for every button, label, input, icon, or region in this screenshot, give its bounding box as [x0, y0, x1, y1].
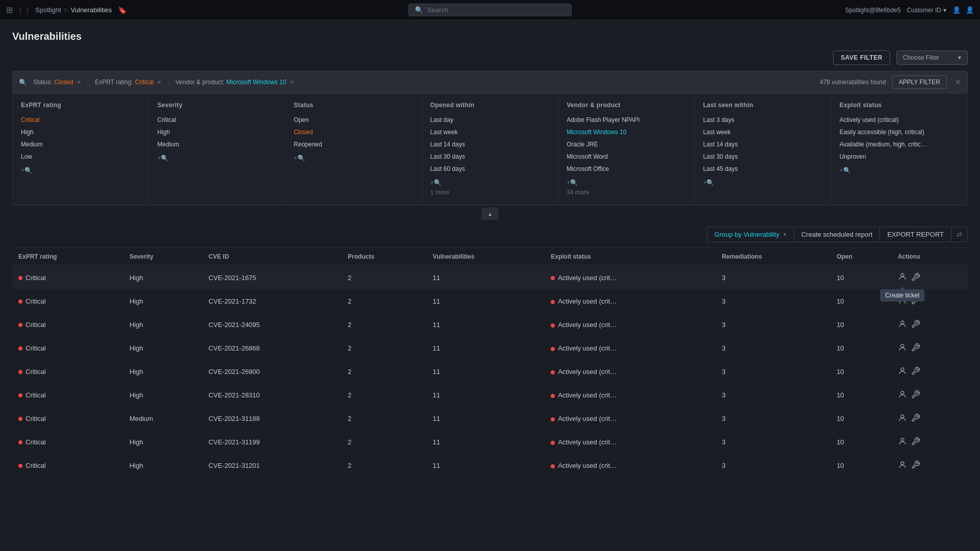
- vendor-close-icon[interactable]: ✕: [289, 79, 294, 86]
- remediate-icon[interactable]: [911, 437, 920, 447]
- filter-item-available[interactable]: Available (medium, high, critic…: [831, 138, 967, 151]
- filter-item-msword[interactable]: Microsoft Word: [558, 151, 694, 163]
- create-scheduled-report-button[interactable]: Create scheduled report: [794, 227, 879, 242]
- create-ticket-icon[interactable]: [898, 390, 907, 400]
- filter-item-closed[interactable]: Closed: [286, 126, 422, 138]
- save-filter-button[interactable]: SAVE FILTER: [833, 51, 890, 65]
- col-header-cve[interactable]: CVE ID: [203, 248, 342, 266]
- collapse-bar[interactable]: ▲: [12, 205, 968, 221]
- remediate-icon[interactable]: [911, 366, 920, 377]
- filter-add-search-vendor[interactable]: +🔍: [558, 175, 694, 186]
- filter-panel-close-icon[interactable]: ✕: [955, 78, 961, 86]
- apply-filter-button[interactable]: APPLY FILTER: [892, 76, 947, 89]
- cell-cve[interactable]: CVE-2021-26868: [203, 337, 342, 360]
- remediate-icon[interactable]: [911, 319, 920, 330]
- filter-add-search-exploit[interactable]: +🔍: [831, 163, 967, 174]
- columns-toggle-button[interactable]: ⇄: [951, 227, 968, 242]
- search-bar[interactable]: 🔍 Search: [408, 4, 572, 16]
- filter-item-last-day[interactable]: Last day: [422, 114, 558, 126]
- create-ticket-icon[interactable]: [898, 413, 907, 424]
- profile-icon[interactable]: 👤: [966, 6, 974, 14]
- create-ticket-icon[interactable]: [898, 296, 907, 307]
- table-row[interactable]: CriticalHighCVE-2021-24095211Actively us…: [12, 313, 968, 337]
- bookmark-icon[interactable]: 🔖: [118, 6, 127, 14]
- cell-cve[interactable]: CVE-2021-26900: [203, 360, 342, 384]
- filter-item-ls-30[interactable]: Last 30 days: [695, 151, 830, 163]
- filter-item-adobe[interactable]: Adobe Flash Player NPAPI: [558, 114, 694, 126]
- col-header-exploit[interactable]: Exploit status: [545, 248, 716, 266]
- filter-item-mswindows[interactable]: Microsoft Windows 10: [558, 126, 694, 138]
- group-by-button[interactable]: Group by Vulnerability ▾: [707, 227, 794, 242]
- col-header-products[interactable]: Products: [341, 248, 427, 266]
- filter-item-reopened[interactable]: Reopened: [286, 138, 422, 151]
- create-ticket-icon[interactable]: [898, 366, 907, 377]
- col-header-severity[interactable]: Severity: [124, 248, 203, 266]
- filter-item-last-60[interactable]: Last 60 days: [422, 163, 558, 175]
- remediate-icon[interactable]: [911, 390, 920, 400]
- filter-item-last-30[interactable]: Last 30 days: [422, 151, 558, 163]
- table-row[interactable]: CriticalHighCVE-2021-1675211Actively use…: [12, 266, 968, 290]
- collapse-button[interactable]: ▲: [482, 208, 498, 219]
- svg-point-0: [901, 273, 904, 277]
- filter-item-low[interactable]: Low: [13, 151, 149, 163]
- table-row[interactable]: CriticalHighCVE-2021-26868211Actively us…: [12, 337, 968, 360]
- cell-cve[interactable]: CVE-2021-31201: [203, 454, 342, 478]
- customer-id-dropdown[interactable]: Customer ID ▾: [907, 7, 946, 14]
- remediate-icon[interactable]: [911, 460, 920, 471]
- filter-item-sev-high[interactable]: High: [149, 126, 285, 138]
- exsrt-close-icon[interactable]: ✕: [157, 79, 161, 86]
- export-report-button[interactable]: EXPORT REPORT: [879, 227, 951, 242]
- status-close-icon[interactable]: ✕: [77, 79, 81, 86]
- filter-item-last-week[interactable]: Last week: [422, 126, 558, 138]
- filter-item-ls-week[interactable]: Last week: [695, 126, 830, 138]
- cell-cve[interactable]: CVE-2021-28310: [203, 384, 342, 407]
- user-icon[interactable]: 👤: [952, 6, 961, 14]
- cell-cve[interactable]: CVE-2021-1732: [203, 290, 342, 313]
- filter-item-3days[interactable]: Last 3 days: [695, 114, 830, 126]
- cell-cve[interactable]: CVE-2021-24095: [203, 313, 342, 337]
- create-ticket-icon[interactable]: [898, 274, 907, 283]
- table-row[interactable]: CriticalMediumCVE-2021-31188211Actively …: [12, 407, 968, 431]
- create-ticket-icon[interactable]: [898, 319, 907, 330]
- filter-item-easily[interactable]: Easily accessible (high, critical): [831, 126, 967, 138]
- table-row[interactable]: CriticalHighCVE-2021-28310211Actively us…: [12, 384, 968, 407]
- filter-item-open[interactable]: Open: [286, 114, 422, 126]
- filter-item-unproven[interactable]: Unproven: [831, 151, 967, 163]
- table-row[interactable]: CriticalHighCVE-2021-31199211Actively us…: [12, 431, 968, 454]
- filter-add-search-lastseen[interactable]: +🔍: [695, 175, 830, 186]
- table-row[interactable]: CriticalHighCVE-2021-1732211Actively use…: [12, 290, 968, 313]
- create-ticket-icon[interactable]: [898, 437, 907, 447]
- filter-add-search-severity[interactable]: +🔍: [149, 151, 285, 162]
- choose-filter-dropdown[interactable]: Choose Filter ▾: [896, 51, 968, 65]
- filter-item-high[interactable]: High: [13, 126, 149, 138]
- filter-item-ls-45[interactable]: Last 45 days: [695, 163, 830, 175]
- spotlight-link[interactable]: Spotlight: [35, 6, 61, 14]
- remediate-icon[interactable]: [911, 296, 920, 307]
- remediate-icon[interactable]: [911, 272, 920, 283]
- filter-add-search-opened[interactable]: +🔍: [422, 175, 558, 186]
- table-row[interactable]: CriticalHighCVE-2021-31201211Actively us…: [12, 454, 968, 478]
- remediate-icon[interactable]: [911, 413, 920, 424]
- cell-cve[interactable]: CVE-2021-31199: [203, 431, 342, 454]
- filter-item-msoffice[interactable]: Microsoft Office: [558, 163, 694, 175]
- table-row[interactable]: CriticalHighCVE-2021-26900211Actively us…: [12, 360, 968, 384]
- filter-item-sev-critical[interactable]: Critical: [149, 114, 285, 126]
- filter-add-search-status[interactable]: +🔍: [286, 151, 422, 162]
- create-ticket-icon[interactable]: [898, 460, 907, 471]
- filter-add-search-exsrt[interactable]: +🔍: [13, 163, 149, 174]
- filter-item-ls-14[interactable]: Last 14 days: [695, 138, 830, 151]
- filter-item-last-14[interactable]: Last 14 days: [422, 138, 558, 151]
- filter-item-critical[interactable]: Critical: [13, 114, 149, 126]
- filter-item-oracle[interactable]: Oracle JRE: [558, 138, 694, 151]
- col-header-exsrt[interactable]: ExPRT rating: [12, 248, 124, 266]
- col-header-vulnerabilities[interactable]: Vulnerabilities: [427, 248, 545, 266]
- filter-item-medium[interactable]: Medium: [13, 138, 149, 151]
- remediate-icon[interactable]: [911, 343, 920, 354]
- cell-cve[interactable]: CVE-2021-31188: [203, 407, 342, 431]
- col-header-open[interactable]: Open: [830, 248, 892, 266]
- filter-item-actively[interactable]: Actively used (critical): [831, 114, 967, 126]
- cell-cve[interactable]: CVE-2021-1675: [203, 266, 342, 290]
- col-header-remediations[interactable]: Remediations: [716, 248, 830, 266]
- create-ticket-icon[interactable]: [898, 343, 907, 354]
- filter-item-sev-medium[interactable]: Medium: [149, 138, 285, 151]
